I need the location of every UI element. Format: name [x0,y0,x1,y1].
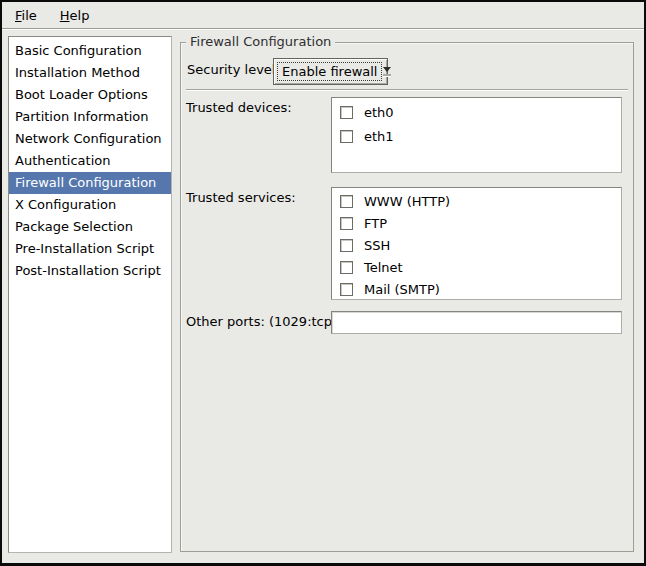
mail-smtp-checkbox[interactable] [340,283,353,296]
sidebar-item-pre-installation-script[interactable]: Pre-Installation Script [9,238,171,260]
trusted-devices-label: Trusted devices: [186,100,292,116]
telnet-checkbox[interactable] [340,261,353,274]
ftp-label: FTP [364,216,387,231]
trusted-devices-list: eth0 eth1 [331,97,622,173]
ssh-checkbox[interactable] [340,239,353,252]
security-level-label: Security level: [187,62,280,78]
eth0-label: eth0 [364,105,394,120]
sidebar-item-basic-configuration[interactable]: Basic Configuration [9,40,171,62]
menu-file[interactable]: File [12,6,40,25]
mail-smtp-label: Mail (SMTP) [364,282,440,297]
security-level-dropdown[interactable]: Enable firewall [273,58,388,85]
category-list: Basic Configuration Installation Method … [8,36,172,553]
sidebar-item-firewall-configuration[interactable]: Firewall Configuration [9,172,171,194]
eth0-checkbox[interactable] [340,106,353,119]
dropdown-arrow-icon [383,59,391,84]
sidebar-item-authentication[interactable]: Authentication [9,150,171,172]
list-item-ssh[interactable]: SSH [332,234,621,256]
list-item-eth1[interactable]: eth1 [332,124,621,148]
eth1-label: eth1 [364,129,394,144]
list-item-eth0[interactable]: eth0 [332,100,621,124]
trusted-services-list: WWW (HTTP) FTP SSH Telnet Mail (SMTP) [331,187,622,300]
sidebar-item-post-installation-script[interactable]: Post-Installation Script [9,260,171,282]
section-separator [186,89,628,91]
security-level-value: Enable firewall [277,62,382,81]
sidebar-item-boot-loader-options[interactable]: Boot Loader Options [9,84,171,106]
sidebar-item-partition-information[interactable]: Partition Information [9,106,171,128]
other-ports-input[interactable] [331,311,622,334]
sidebar-item-x-configuration[interactable]: X Configuration [9,194,171,216]
list-item-ftp[interactable]: FTP [332,212,621,234]
sidebar-item-package-selection[interactable]: Package Selection [9,216,171,238]
www-http-checkbox[interactable] [340,195,353,208]
www-http-label: WWW (HTTP) [364,194,450,209]
kickstart-configurator-window: File Help Basic Configuration Installati… [0,0,646,566]
list-item-www-http[interactable]: WWW (HTTP) [332,190,621,212]
menu-help-accel: H [60,8,70,23]
menu-help-rest: elp [70,8,90,23]
list-item-mail-smtp[interactable]: Mail (SMTP) [332,278,621,300]
other-ports-label: Other ports: (1029:tcp) [186,314,337,330]
eth1-checkbox[interactable] [340,130,353,143]
sidebar-item-installation-method[interactable]: Installation Method [9,62,171,84]
telnet-label: Telnet [364,260,403,275]
sidebar-item-network-configuration[interactable]: Network Configuration [9,128,171,150]
menubar: File Help [2,2,644,29]
ssh-label: SSH [364,238,390,253]
menu-help[interactable]: Help [57,6,93,25]
menu-file-rest: ile [22,8,37,23]
frame-title: Firewall Configuration [186,34,335,50]
trusted-services-label: Trusted services: [186,190,296,206]
ftp-checkbox[interactable] [340,217,353,230]
list-item-telnet[interactable]: Telnet [332,256,621,278]
